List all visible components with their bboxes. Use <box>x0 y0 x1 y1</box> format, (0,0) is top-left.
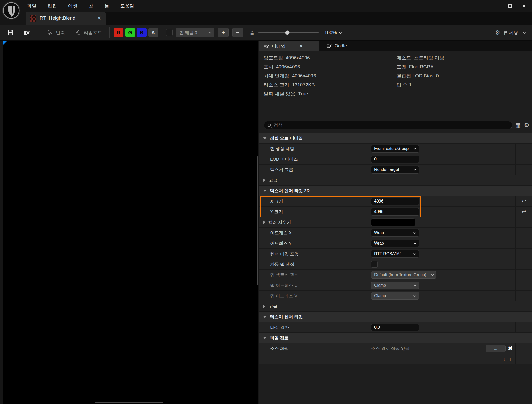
asset-tab-title: RT_HeightBlend <box>40 15 94 21</box>
browse-file-button[interactable]: ... <box>486 345 506 352</box>
address-x-dropdown[interactable]: Wrap <box>371 229 419 237</box>
row-auto-generate-mips: 자동 밉 생성 <box>259 259 532 270</box>
red-channel-button[interactable]: R <box>114 28 123 37</box>
size-x-input[interactable]: 4096 <box>371 198 419 205</box>
zoom-slider[interactable] <box>258 32 319 33</box>
expand-triangle-icon[interactable] <box>263 220 265 224</box>
prop-label: 밉 어드레스 U <box>270 282 298 288</box>
blue-channel-button[interactable]: B <box>137 28 147 37</box>
section-level-of-detail[interactable]: 레벨 오브 디테일 <box>259 133 532 144</box>
advanced-expander-lod[interactable]: 고급 <box>259 175 532 186</box>
section-texture-render-target[interactable]: 텍스처 렌더 타깃 <box>259 312 532 322</box>
mip-plus-button[interactable]: + <box>218 28 229 37</box>
property-list: 레벨 오브 디테일 밉 생성 세팅 FromTextureGroup LOD 바… <box>259 133 532 364</box>
texture-thumbnail-icon <box>30 15 36 22</box>
prop-label: 어드레스 Y <box>270 240 292 246</box>
search-input[interactable] <box>274 123 508 128</box>
settings-gear-icon[interactable]: ⚙ <box>524 122 529 128</box>
section-file-path[interactable]: 파일 경로 <box>259 333 532 343</box>
tab-oodle[interactable]: Oodle <box>322 41 351 51</box>
expand-triangle-icon <box>263 305 265 308</box>
toolbar-separator <box>162 27 162 38</box>
lod-bias-input[interactable]: 0 <box>371 156 419 163</box>
mip-gen-settings-dropdown[interactable]: FromTextureGroup <box>371 145 419 153</box>
view-settings-button[interactable]: ⚙ 뷰 세팅 <box>495 29 525 36</box>
row-render-target-format: 렌더 타깃 포맷 RTF RGBA16f <box>259 249 532 259</box>
chevron-down-icon <box>413 168 416 171</box>
menu-tools[interactable]: 툴 <box>105 3 109 9</box>
chevron-down-icon <box>413 241 416 244</box>
browse-to-asset-button[interactable] <box>23 29 31 36</box>
tab-close-icon[interactable]: ✕ <box>97 15 101 21</box>
mip-level-checkbox[interactable] <box>166 29 173 36</box>
asset-tab-bar: RT_HeightBlend ✕ <box>0 12 532 25</box>
title-bar: 파일 편집 에셋 창 툴 도움말 × <box>0 0 532 12</box>
reset-to-default-icon[interactable]: ↩ <box>521 209 526 215</box>
render-target-format-dropdown[interactable]: RTF RGBA16f <box>371 250 419 258</box>
compress-button[interactable]: 압축 <box>47 29 65 36</box>
collapse-triangle-icon <box>263 137 267 139</box>
zoom-percent-dropdown[interactable]: 100% <box>324 30 341 35</box>
details-tab-close-icon[interactable]: ✕ <box>299 44 303 49</box>
info-imported: 임포트됨: 4096x4096 <box>264 53 316 62</box>
reset-to-default-icon[interactable]: ↩ <box>521 198 526 204</box>
texture-group-dropdown[interactable]: RenderTarget <box>371 166 419 174</box>
info-combined-lod-bias: 결합된 LOD Bias: 0 <box>397 71 444 80</box>
viewport-horizontal-scrollbar[interactable] <box>95 402 163 403</box>
reimport-button[interactable]: 리임포트 <box>75 29 102 36</box>
reimport-icon <box>75 29 81 36</box>
close-window-icon[interactable]: × <box>522 3 526 9</box>
address-y-dropdown[interactable]: Wrap <box>371 240 419 247</box>
save-button[interactable] <box>7 29 14 36</box>
search-box[interactable] <box>264 121 512 129</box>
row-clear-color: 컬러 지우기 <box>259 217 532 228</box>
menu-asset[interactable]: 에셋 <box>68 3 77 9</box>
editor-toolbar: 압축 리임포트 R G B A 밉 레벨 0 + − 줌 100% <box>0 25 532 41</box>
tab-details[interactable]: 디테일 ✕ <box>259 41 319 51</box>
collapse-triangle-icon <box>263 316 267 318</box>
section-texture-render-target-2d[interactable]: 텍스처 렌더 타깃 2D <box>259 186 532 196</box>
clear-color-swatch[interactable] <box>371 218 415 226</box>
menu-file[interactable]: 파일 <box>27 3 36 9</box>
size-y-input[interactable]: 4096 <box>371 208 419 216</box>
row-size-x: X 크기 4096 ↩ <box>259 196 532 207</box>
target-gamma-input[interactable]: 0.0 <box>371 324 419 331</box>
window-controls: × <box>494 0 526 12</box>
green-channel-button[interactable]: G <box>125 28 135 37</box>
mip-level-dropdown[interactable]: 밉 레벨 0 <box>176 28 214 37</box>
asset-tab-rt-heightblend[interactable]: RT_HeightBlend ✕ <box>26 12 106 25</box>
advanced-expander-rt2d[interactable]: 고급 <box>259 301 532 312</box>
unreal-engine-logo-icon <box>2 1 20 20</box>
prop-label: 밉 샘플러 필터 <box>270 272 299 278</box>
menu-edit[interactable]: 편집 <box>48 3 57 9</box>
toolbar-separator <box>246 27 246 38</box>
menu-bar: 파일 편집 에셋 창 툴 도움말 <box>27 0 134 12</box>
import-up-arrow-icon[interactable]: ↑ <box>509 356 512 362</box>
prop-label: LOD 바이어스 <box>270 156 298 162</box>
toolbar-separator <box>347 27 347 38</box>
maximize-icon[interactable] <box>508 4 512 8</box>
prop-label: 렌더 타깃 포맷 <box>270 251 299 257</box>
info-mip-count: 밉 수:1 <box>397 80 444 89</box>
menu-window[interactable]: 창 <box>89 3 93 9</box>
zoom-slider-handle[interactable] <box>285 31 289 35</box>
mip-minus-button[interactable]: − <box>232 28 243 37</box>
export-down-arrow-icon[interactable]: ↓ <box>503 356 506 362</box>
texture-viewport[interactable] <box>3 41 258 404</box>
viewport-vertical-scrollbar[interactable] <box>257 156 258 285</box>
prop-label: 자동 밉 생성 <box>270 261 294 267</box>
row-mip-address-u: 밉 어드레스 U Clamp <box>259 280 532 291</box>
chevron-down-icon <box>523 31 526 34</box>
search-icon <box>268 124 271 127</box>
mip-address-u-dropdown: Clamp <box>371 282 419 289</box>
alpha-channel-button[interactable]: A <box>148 28 158 37</box>
unreal-texture-editor-window: 파일 편집 에셋 창 툴 도움말 × RT_HeightBlend ✕ <box>0 0 532 404</box>
minimize-icon[interactable] <box>494 6 498 6</box>
display-filter-icon[interactable]: ▦ <box>515 122 521 128</box>
row-texture-group: 텍스처 그룹 RenderTarget <box>259 165 532 175</box>
clear-path-icon[interactable]: ✖ <box>508 345 513 352</box>
auto-generate-mips-checkbox[interactable] <box>371 261 378 268</box>
menu-help[interactable]: 도움말 <box>120 3 134 9</box>
row-lod-bias: LOD 바이어스 0 <box>259 154 532 165</box>
row-source-file-actions: ↓ ↑ <box>259 354 532 364</box>
